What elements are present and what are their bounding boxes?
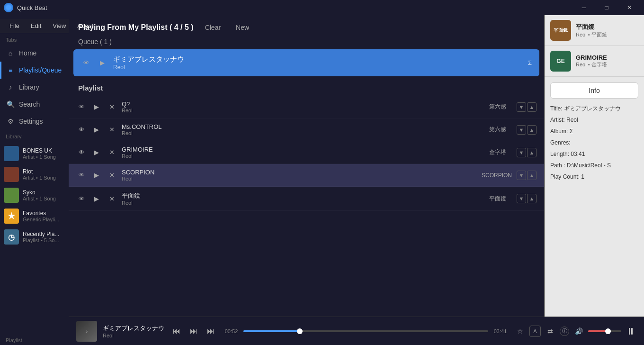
volume-slider[interactable]	[588, 330, 621, 332]
recently-played-thumb: ◷	[4, 229, 19, 245]
move-down-1[interactable]: ▼	[517, 102, 526, 112]
titlebar: Quick Beat ─ □ ✕	[0, 0, 644, 15]
queue-item-name: ギミアブレスタッナウ	[113, 55, 522, 64]
skip-forward-button[interactable]: ⏭	[204, 325, 217, 338]
play-icon-5[interactable]: ▶	[91, 193, 102, 204]
queue-eye-btn[interactable]: 👁	[81, 58, 91, 68]
remove-icon-4[interactable]: ✕	[107, 170, 117, 181]
shuffle-button[interactable]: ⇄	[545, 326, 556, 337]
item-album-4: SCORPION	[482, 172, 512, 179]
playlist-item-3[interactable]: 👁 ▶ ✕ GRIMOIRE Reol 金字塔 ▼ ▲	[69, 141, 544, 164]
library-item-recently-played[interactable]: ◷ Recently Pla... Playlist • 5 So...	[0, 227, 69, 247]
move-down-4[interactable]: ▼	[517, 171, 526, 180]
repeat-a-button[interactable]: A	[529, 326, 541, 337]
minimize-button[interactable]: ─	[573, 0, 595, 15]
bones-uk-name: BONES UK	[23, 147, 65, 154]
info-title: Title: ギミアブレスタッナウ	[550, 104, 638, 113]
sidebar-item-library[interactable]: ♪ Library	[0, 79, 69, 96]
library-item-riot[interactable]: Riot Artist • 1 Song	[0, 164, 69, 185]
menu-file[interactable]: File	[4, 20, 25, 31]
sidebar: File Edit View About Tabs ⌂ Home ≡ Playl…	[0, 15, 69, 345]
item-arrows-2: ▼ ▲	[517, 125, 537, 135]
library-item-favorites[interactable]: ★ Favorites Generic Playli...	[0, 206, 69, 227]
playback-track-name: ギミアブレスタッナウ	[103, 324, 164, 333]
sidebar-item-settings[interactable]: ⚙ Settings	[0, 113, 69, 130]
playback-track-artist: Reol	[103, 333, 164, 338]
playback-thumbnail: ♪	[76, 321, 97, 342]
queue-item-artist: Reol	[113, 64, 522, 71]
eye-icon-5[interactable]: 👁	[76, 193, 87, 204]
playlist-item-2[interactable]: 👁 ▶ ✕ Ms.CONTROL Reol 第六感 ▼ ▲	[69, 118, 544, 141]
info-button[interactable]: Info	[550, 82, 638, 99]
progress-bar[interactable]	[243, 330, 488, 332]
move-up-3[interactable]: ▲	[527, 148, 537, 157]
new-button[interactable]: New	[232, 23, 253, 32]
playback-controls: ⏮ ⏭ ⏭	[170, 325, 217, 338]
rp-thumb-heimen: 平面鏡	[550, 20, 571, 41]
sidebar-nav-label-playlist: Playlist/Queue	[19, 66, 62, 74]
menu-edit[interactable]: Edit	[25, 20, 47, 31]
move-up-5[interactable]: ▲	[527, 194, 537, 203]
remove-icon-5[interactable]: ✕	[107, 193, 117, 204]
info-track-button[interactable]: ⓘ	[560, 327, 569, 336]
syko-name: Syko	[23, 189, 65, 196]
item-name-5: 平面鏡	[122, 191, 479, 200]
play-icon-4[interactable]: ▶	[91, 170, 102, 181]
eye-icon-4[interactable]: 👁	[76, 170, 87, 181]
skip-back-small-button[interactable]: ⏭	[187, 325, 200, 338]
sidebar-item-search[interactable]: 🔍 Search	[0, 96, 69, 113]
queue-current-item: 👁 ▶ ギミアブレスタッナウ Reol Σ	[73, 49, 539, 76]
app-logo	[4, 3, 13, 12]
library-section: BONES UK Artist • 1 Song Riot Artist • 1…	[0, 141, 69, 334]
clear-button[interactable]: Clear	[201, 23, 224, 32]
play-icon-1[interactable]: ▶	[91, 102, 102, 112]
eye-icon-3[interactable]: 👁	[76, 147, 87, 158]
item-album-1: 第六感	[483, 103, 512, 111]
eye-icon-2[interactable]: 👁	[76, 125, 87, 135]
move-up-2[interactable]: ▲	[527, 125, 537, 135]
progress-thumb	[297, 328, 303, 334]
sidebar-item-playlist-queue[interactable]: ≡ Playlist/Queue	[0, 62, 69, 79]
close-button[interactable]: ✕	[618, 0, 640, 15]
playlist-label: Playlist	[69, 76, 544, 96]
total-time: 03:41	[492, 328, 509, 334]
eye-icon-1[interactable]: 👁	[76, 102, 87, 112]
rp-name-grimoire: GRIMOIRE	[576, 54, 638, 61]
rp-item-grimoire[interactable]: GE GRIMOIRE Reol • 金字塔	[545, 46, 644, 77]
move-down-3[interactable]: ▼	[517, 148, 526, 157]
play-icon-3[interactable]: ▶	[91, 147, 102, 158]
remove-icon-1[interactable]: ✕	[107, 102, 117, 112]
queue-play-btn[interactable]: ▶	[97, 58, 107, 68]
bones-uk-sub: Artist • 1 Song	[23, 154, 65, 160]
skip-back-button[interactable]: ⏮	[170, 325, 183, 338]
syko-thumb	[4, 188, 19, 203]
rp-thumb-grimoire: GE	[550, 51, 571, 72]
playlist-item-1[interactable]: 👁 ▶ ✕ Q? Reol 第六感 ▼ ▲	[69, 96, 544, 118]
move-down-5[interactable]: ▼	[517, 194, 526, 203]
item-arrows-1: ▼ ▲	[517, 102, 537, 112]
item-artist-3: Reol	[122, 153, 479, 159]
playlist-item-4[interactable]: 👁 ▶ ✕ SCORPION Reol SCORPION ▼ ▲	[69, 164, 544, 187]
rp-item-heimen[interactable]: 平面鏡 平面鏡 Reol • 平面鏡	[545, 15, 644, 46]
volume-icon: 🔊	[573, 326, 584, 337]
item-album-2: 第六感	[483, 126, 512, 134]
library-item-syko[interactable]: Syko Artist • 1 Song	[0, 185, 69, 206]
move-up-4[interactable]: ▲	[527, 171, 537, 180]
library-item-bones-uk[interactable]: BONES UK Artist • 1 Song	[0, 143, 69, 164]
library-icon: ♪	[6, 82, 15, 92]
move-down-2[interactable]: ▼	[517, 125, 526, 135]
sidebar-item-home[interactable]: ⌂ Home	[0, 45, 69, 62]
playlist-item-5[interactable]: 👁 ▶ ✕ 平面鏡 Reol 平面鏡 ▼ ▲	[69, 187, 544, 211]
remove-icon-2[interactable]: ✕	[107, 125, 117, 135]
favorite-button[interactable]: ☆	[514, 326, 526, 337]
pause-resume-button[interactable]	[625, 326, 636, 337]
remove-icon-3[interactable]: ✕	[107, 147, 117, 158]
info-album: Album: Σ	[550, 127, 638, 136]
menubar: File Edit View About	[0, 19, 69, 33]
info-artist: Artist: Reol	[550, 116, 638, 124]
menu-view[interactable]: View	[47, 20, 72, 31]
play-icon-2[interactable]: ▶	[91, 125, 102, 135]
move-up-1[interactable]: ▲	[527, 102, 537, 112]
rp-sub-heimen: Reol • 平面鏡	[576, 31, 638, 38]
maximize-button[interactable]: □	[596, 0, 617, 15]
